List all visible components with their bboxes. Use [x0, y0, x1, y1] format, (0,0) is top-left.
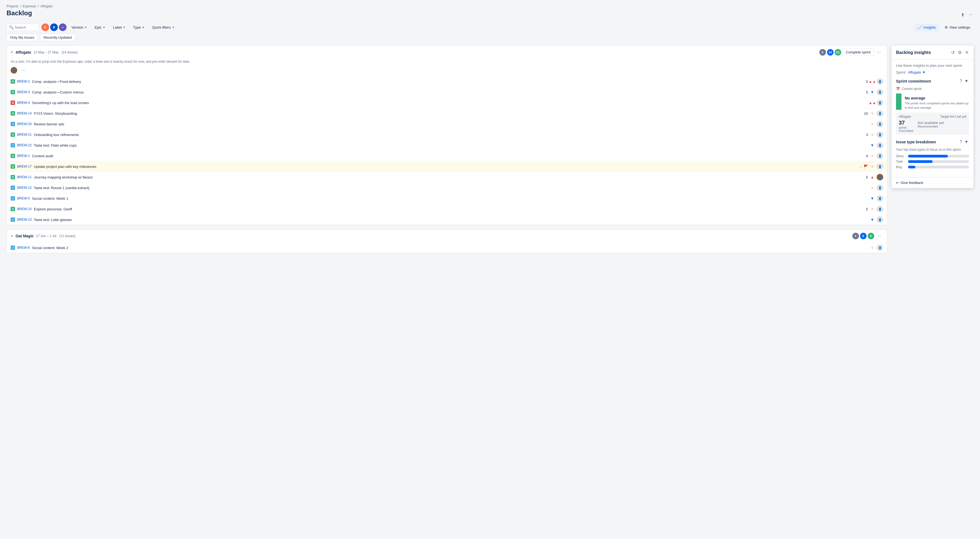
issue-row-brew3[interactable]: S BREW-3 Comp. analysis—Custom menus 5 ▼…	[7, 87, 887, 97]
issue-key[interactable]: BREW-12	[17, 186, 32, 190]
priority-med-icon: ≡	[870, 185, 875, 190]
issue-points: 5	[861, 175, 868, 179]
chart-icon: 📈	[918, 25, 922, 29]
close-icon[interactable]: ✕	[964, 49, 969, 55]
issue-key[interactable]: BREW-6	[17, 246, 30, 250]
breakdown-help-icon[interactable]: ?	[959, 139, 963, 145]
priority-med-icon: ≡	[870, 207, 875, 211]
priority-med-icon: ≡	[870, 164, 875, 169]
sprint-selector-value[interactable]: Affogato ▼	[908, 70, 926, 75]
quick-filters-button[interactable]: Quick filters ▼	[150, 24, 177, 31]
issue-key[interactable]: BREW-21	[17, 133, 32, 136]
sprint2-more-button[interactable]: ···	[875, 233, 883, 239]
label-chevron-icon: ▼	[123, 26, 126, 29]
priority-high-icon: ▲▲	[870, 79, 875, 84]
assignee-avatar: 👤	[877, 152, 883, 159]
sprint2-title: Oat Magic	[16, 234, 34, 238]
issue-key[interactable]: BREW-2	[17, 79, 30, 83]
issue-row-brew21[interactable]: S BREW-21 Onboarding tour refinements 3 …	[7, 129, 887, 140]
sprint-more-button[interactable]: ···	[875, 49, 883, 56]
issue-points: 5	[861, 79, 868, 84]
issue-row-brew5[interactable]: ✓ BREW-5 Social content: Week 1 ▼ 👤	[7, 193, 887, 204]
issue-row-brew6[interactable]: ✓ BREW-6 Social content: Week 2 ≡ 👤	[7, 242, 887, 253]
issue-points: 10	[861, 111, 868, 116]
toolbar: 🔍 E B + Version ▼ Epic ▼ Label ▼ Type ▼ …	[6, 24, 974, 31]
issue-row-brew20[interactable]: ✓ BREW-20 Review banner ads ≡ 👤	[7, 119, 887, 129]
sprint-oatmagic: ▼ Oat Magic 17 Jun – 1 Jul (11 issues) 0…	[6, 230, 887, 253]
avatar-add[interactable]: +	[59, 24, 67, 31]
issue-summary: Explore personas: Geoff	[34, 207, 859, 211]
breakdown-collapse-icon[interactable]: ▼	[964, 139, 969, 145]
page-container: Projects / Espresso / Affogato Backlog ⬆…	[0, 0, 980, 539]
epic-filter[interactable]: Epic ▼	[92, 24, 108, 31]
complete-sprint-button[interactable]: Complete sprint	[842, 49, 874, 56]
breadcrumb-projects[interactable]: Projects	[6, 4, 18, 8]
feedback-button[interactable]: ↩ Give feedback	[896, 181, 923, 185]
search-box[interactable]: 🔍	[6, 24, 39, 31]
sprint-header-oatmagic[interactable]: ▼ Oat Magic 17 Jun – 1 Jul (11 issues) 0…	[7, 230, 887, 242]
issue-summary: FY23 Vision: Storyboarding	[34, 111, 859, 116]
issue-key[interactable]: BREW-4	[17, 101, 30, 105]
avatar-2[interactable]: B	[50, 24, 58, 31]
assignee-avatar: 👤	[877, 78, 883, 85]
issue-row-brew1[interactable]: S BREW-1 Content audit 4 ≡ 👤	[7, 151, 887, 161]
issue-summary: Content audit	[32, 154, 859, 158]
issue-key[interactable]: BREW-17	[17, 165, 32, 168]
search-icon: 🔍	[9, 25, 14, 29]
breakdown-row-story: Story	[896, 154, 969, 158]
help-icon[interactable]: ?	[959, 78, 963, 84]
assignee-avatar: 👤	[877, 121, 883, 127]
issue-row-brew12[interactable]: ✓ BREW-12 Taste test: Round 1 (vanilla e…	[7, 182, 887, 193]
badge-gray: 0	[819, 49, 826, 55]
issue-row-brew11[interactable]: S BREW-11 Journey mapping workshop w/ Be…	[7, 172, 887, 182]
settings-icon[interactable]: ⚙	[958, 49, 962, 55]
breadcrumb-affogato: Affogato	[40, 4, 52, 8]
only-my-issues-button[interactable]: Only My Issues	[6, 34, 38, 41]
issue-row-brew4[interactable]: B BREW-4 Something's up with the load sc…	[7, 97, 887, 108]
issue-key[interactable]: BREW-1	[17, 154, 30, 158]
issue-row-brew14[interactable]: S BREW-14 FY23 Vision: Storyboarding 10 …	[7, 108, 887, 119]
sprint-dates: 13 May – 27 May	[33, 51, 58, 54]
more-options-button[interactable]: ···	[968, 11, 974, 19]
insights-panel-icons: ↺ ⚙ ✕	[951, 49, 969, 55]
sprint-header-affogato[interactable]: ▼ Affogato 13 May – 27 May (14 issues) 0…	[7, 46, 887, 59]
share-button[interactable]: ⬆	[960, 11, 966, 19]
insights-panel: Backlog insights ↺ ⚙ ✕ Use these insight…	[892, 46, 974, 188]
issue-key[interactable]: BREW-10	[17, 207, 32, 211]
avatar-1[interactable]: E	[41, 24, 49, 31]
breadcrumb-espresso[interactable]: Espresso	[22, 4, 36, 8]
no-average-block: No average The points from completed spr…	[905, 96, 969, 110]
insights-button[interactable]: 📈 Insights	[914, 24, 939, 31]
issue-row-brew23[interactable]: ✓ BREW-23 Taste test: Latte glasses ▼ 👤	[7, 214, 887, 225]
search-input[interactable]	[15, 25, 37, 29]
version-filter[interactable]: Version ▼	[69, 24, 90, 31]
sprint-assignee-more[interactable]: ···	[19, 67, 27, 74]
issue-row-brew17[interactable]: S BREW-17 Update project plan with key m…	[7, 161, 887, 172]
issue-key[interactable]: BREW-11	[17, 175, 32, 179]
issue-key[interactable]: BREW-14	[17, 111, 32, 115]
issue-key[interactable]: BREW-23	[17, 218, 32, 222]
assignee-avatar: 👤	[877, 184, 883, 191]
issue-summary: Taste test: Latte glasses	[34, 218, 859, 222]
type-chevron-icon: ▼	[142, 26, 145, 29]
label-filter[interactable]: Label ▼	[110, 24, 128, 31]
story-icon: S	[11, 111, 15, 116]
page-title: Backlog	[6, 9, 32, 17]
issue-key[interactable]: BREW-22	[17, 143, 32, 147]
commitment-row-header: Affogato Target isn't set yet	[899, 115, 966, 119]
issue-key[interactable]: BREW-3	[17, 90, 30, 94]
issue-key[interactable]: BREW-20	[17, 122, 32, 126]
issue-summary: Comp. analysis—Custom menus	[32, 90, 859, 94]
refresh-icon[interactable]: ↺	[951, 49, 955, 55]
issue-row-brew22[interactable]: ✓ BREW-22 Taste test: Flate white cups ▼…	[7, 140, 887, 151]
recently-updated-button[interactable]: Recently Updated	[40, 34, 75, 41]
view-settings-button[interactable]: ⚙ View settings	[941, 24, 974, 31]
assignee-avatar: 👤	[877, 132, 883, 138]
issue-key[interactable]: BREW-5	[17, 197, 30, 200]
issue-row-brew2[interactable]: S BREW-2 Comp. analysis—Food delivery 5 …	[7, 76, 887, 87]
issue-row-brew10[interactable]: S BREW-10 Explore personas: Geoff 5 ≡ 👤	[7, 204, 887, 214]
calendar-icon: 📅	[896, 87, 900, 91]
collapse-section-icon[interactable]: ▼	[964, 78, 969, 84]
main-content: ▼ Affogato 13 May – 27 May (14 issues) 0…	[6, 46, 974, 257]
type-filter[interactable]: Type ▼	[130, 24, 147, 31]
